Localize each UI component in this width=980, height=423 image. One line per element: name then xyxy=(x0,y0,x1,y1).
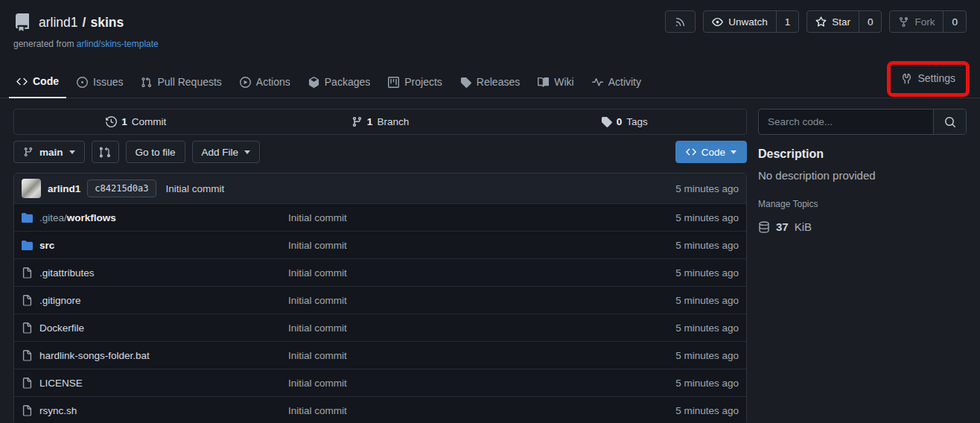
file-table: arlind1 c84215d0a3 Initial commit 5 minu… xyxy=(13,173,747,423)
chevron-down-icon xyxy=(731,150,736,154)
file-link[interactable]: Dockerfile xyxy=(22,322,288,334)
manage-topics-link[interactable]: Manage Topics xyxy=(758,199,967,209)
file-commit-time: 5 minutes ago xyxy=(612,378,739,389)
file-commit-message[interactable]: Initial commit xyxy=(288,295,612,306)
tab-issues[interactable]: Issues xyxy=(69,69,130,98)
file-name: .gitattributes xyxy=(39,267,95,279)
file-icon xyxy=(22,405,33,416)
star-icon xyxy=(815,16,827,28)
repo-book-icon xyxy=(13,13,31,31)
search-button[interactable] xyxy=(933,109,966,134)
repo-toolbar: main Go to file Add File Code xyxy=(13,141,747,163)
tab-projects-label: Projects xyxy=(404,76,442,88)
repo-title: arlind1 / skins xyxy=(39,15,124,31)
file-commit-message[interactable]: Initial commit xyxy=(288,240,612,251)
star-button[interactable]: Star xyxy=(807,11,859,32)
fork-button[interactable]: Fork xyxy=(890,11,943,32)
fork-button-group: Fork 0 xyxy=(889,10,967,33)
commit-author-link[interactable]: arlind1 xyxy=(48,183,80,194)
compare-button[interactable] xyxy=(92,141,119,163)
generated-from: generated from arlind/skins-template xyxy=(0,33,980,49)
table-row: Dockerfile Initial commit 5 minutes ago xyxy=(14,314,746,341)
branches-stat[interactable]: 1 Branch xyxy=(258,116,503,127)
branch-selector[interactable]: main xyxy=(13,141,85,163)
table-row: hardlink-songs-folder.bat Initial commit… xyxy=(14,341,746,369)
search-icon xyxy=(944,116,956,128)
file-commit-message[interactable]: Initial commit xyxy=(288,212,612,223)
table-row: LICENSE Initial commit 5 minutes ago xyxy=(14,369,746,396)
tab-packages[interactable]: Packages xyxy=(301,69,378,98)
file-link[interactable]: .gitignore xyxy=(22,295,288,306)
commits-stat[interactable]: 1 Commit xyxy=(14,116,258,127)
file-icon xyxy=(22,378,33,389)
file-commit-time: 5 minutes ago xyxy=(612,240,739,251)
repo-size-unit: KiB xyxy=(795,220,812,233)
file-commit-message[interactable]: Initial commit xyxy=(288,267,612,279)
file-icon xyxy=(22,350,33,361)
latest-commit-row: arlind1 c84215d0a3 Initial commit 5 minu… xyxy=(14,174,746,203)
tab-activity[interactable]: Activity xyxy=(585,69,649,98)
unwatch-button[interactable]: Unwatch xyxy=(704,11,776,32)
tab-pull-requests[interactable]: Pull Requests xyxy=(133,69,229,98)
file-link[interactable]: hardlink-songs-folder.bat xyxy=(22,350,288,361)
file-commit-message[interactable]: Initial commit xyxy=(288,405,612,416)
go-to-file-button[interactable]: Go to file xyxy=(126,141,185,163)
tab-code-label: Code xyxy=(33,75,59,87)
file-commit-time: 5 minutes ago xyxy=(612,212,739,223)
file-name: hardlink-songs-folder.bat xyxy=(39,350,150,361)
pulse-icon xyxy=(592,77,603,88)
file-icon xyxy=(22,295,33,306)
forks-count[interactable]: 0 xyxy=(943,11,966,32)
tab-projects[interactable]: Projects xyxy=(381,69,450,98)
tab-releases[interactable]: Releases xyxy=(453,69,527,98)
file-icon xyxy=(22,267,33,279)
file-link[interactable]: rsync.sh xyxy=(22,405,288,416)
tab-code[interactable]: Code xyxy=(9,69,66,98)
tags-stat[interactable]: 0 Tags xyxy=(502,116,746,127)
code-icon xyxy=(686,147,696,157)
stars-count[interactable]: 0 xyxy=(859,11,882,32)
tab-settings[interactable]: Settings xyxy=(897,66,960,92)
tab-actions-label: Actions xyxy=(256,76,290,88)
file-commit-message[interactable]: Initial commit xyxy=(288,322,612,334)
folder-name: src xyxy=(39,240,54,251)
tab-activity-label: Activity xyxy=(608,76,641,88)
add-file-button[interactable]: Add File xyxy=(192,141,261,163)
file-commit-message[interactable]: Initial commit xyxy=(288,378,612,389)
commit-hash-badge[interactable]: c84215d0a3 xyxy=(87,179,156,197)
repo-title-separator: / xyxy=(83,15,86,31)
description-text: No description provided xyxy=(758,169,967,182)
repo-owner-link[interactable]: arlind1 xyxy=(39,15,78,31)
package-icon xyxy=(308,77,319,88)
tab-actions[interactable]: Actions xyxy=(232,69,298,98)
file-icon xyxy=(22,322,33,334)
table-row: .gitea/workflows Initial commit 5 minute… xyxy=(14,203,746,231)
code-icon xyxy=(16,76,28,87)
commit-message-link[interactable]: Initial commit xyxy=(166,183,225,194)
folder-path-prefix: .gitea/ xyxy=(39,212,67,223)
repo-name-link[interactable]: skins xyxy=(90,15,124,31)
database-icon xyxy=(758,221,770,233)
rss-button[interactable] xyxy=(665,10,696,33)
folder-link[interactable]: .gitea/workflows xyxy=(22,212,288,223)
code-download-button[interactable]: Code xyxy=(675,141,747,163)
settings-highlight-annotation: Settings xyxy=(887,61,970,97)
file-commit-time: 5 minutes ago xyxy=(612,350,739,361)
repo-stats-bar: 1 Commit 1 Branch 0 Tags xyxy=(13,109,747,135)
file-link[interactable]: .gitattributes xyxy=(22,267,288,279)
go-to-file-label: Go to file xyxy=(136,147,176,158)
folder-name: workflows xyxy=(67,212,116,223)
tab-wiki[interactable]: Wiki xyxy=(530,69,581,98)
search-input[interactable] xyxy=(759,109,933,134)
template-repo-link[interactable]: arlind/skins-template xyxy=(77,39,159,49)
avatar[interactable] xyxy=(22,179,41,198)
star-label: Star xyxy=(832,16,850,28)
commits-label: Commit xyxy=(132,116,167,127)
file-link[interactable]: LICENSE xyxy=(22,378,288,389)
file-commit-message[interactable]: Initial commit xyxy=(288,350,612,361)
watchers-count[interactable]: 1 xyxy=(776,11,799,32)
repo-size-value: 37 xyxy=(776,220,789,233)
tags-label: Tags xyxy=(626,116,648,127)
issue-icon xyxy=(77,77,88,88)
folder-link[interactable]: src xyxy=(22,240,288,251)
